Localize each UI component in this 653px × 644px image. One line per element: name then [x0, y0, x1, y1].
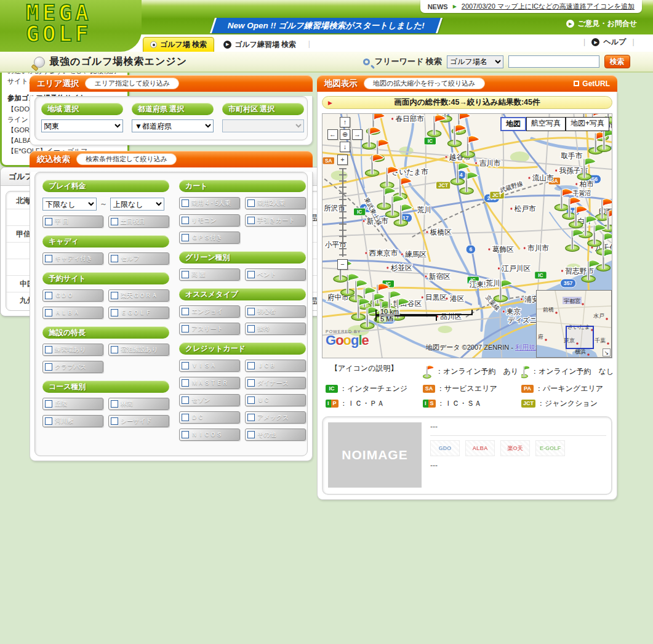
filter-checkbox[interactable]: 練習場あり — [42, 344, 103, 356]
filter-checkbox[interactable]: 河川敷 — [42, 415, 103, 427]
checkbox-icon[interactable] — [45, 346, 52, 353]
checkbox-icon[interactable] — [45, 417, 52, 425]
zoom-out-button[interactable]: − — [337, 259, 348, 270]
price-max-select[interactable]: 上限なし — [110, 198, 164, 211]
checkbox-icon[interactable] — [111, 346, 118, 353]
booking-site-logo[interactable]: ALBA — [465, 440, 495, 456]
checkbox-icon[interactable] — [182, 379, 189, 387]
checkbox-icon[interactable] — [45, 363, 52, 371]
pan-center-button[interactable]: ⊕ — [340, 129, 350, 140]
checkbox-icon[interactable] — [111, 292, 118, 299]
filter-checkbox[interactable]: ＧＰＳ付き — [179, 231, 240, 244]
search-category-select[interactable]: ゴルフ場名 — [447, 55, 503, 68]
minimap-viewport-rect[interactable] — [566, 326, 593, 348]
checkbox-icon[interactable] — [45, 309, 52, 316]
checkbox-icon[interactable] — [182, 362, 189, 369]
checkbox-icon[interactable] — [247, 308, 255, 315]
checkbox-icon[interactable] — [247, 431, 255, 438]
filter-checkbox[interactable]: 初心者 — [245, 305, 306, 318]
search-button[interactable]: 検索 — [604, 55, 630, 68]
filter-checkbox[interactable]: セゾン — [179, 394, 240, 406]
filter-checkbox[interactable]: ＵＣ — [245, 394, 306, 406]
tab-golf-course-search[interactable]: ゴルフ場 検索 — [143, 37, 214, 52]
checkbox-icon[interactable] — [182, 414, 189, 421]
pan-left-button[interactable]: ← — [327, 129, 338, 140]
filter-checkbox[interactable]: リモコン — [179, 214, 240, 227]
checkbox-icon[interactable] — [45, 218, 52, 225]
pan-right-button[interactable]: → — [352, 129, 363, 140]
map-viewport[interactable]: 463174298162463573566ICICICICICJCTJCTSAS… — [322, 113, 612, 358]
filter-checkbox[interactable]: 楽天ＧＯＲＡ — [108, 289, 169, 302]
checkbox-icon[interactable] — [111, 218, 118, 225]
checkbox-icon[interactable] — [247, 379, 255, 387]
filter-checkbox[interactable]: アメックス — [245, 411, 306, 424]
area-select[interactable]: 関東 — [41, 119, 123, 132]
filter-checkbox[interactable]: セルフ — [108, 252, 169, 265]
checkbox-icon[interactable] — [247, 271, 255, 278]
filter-checkbox[interactable]: ＤＣ — [179, 411, 240, 424]
overview-minimap[interactable]: 前橋宇都宮水戸さいたま東京千葉横浜府 ↘ — [536, 290, 612, 358]
checkbox-icon[interactable] — [182, 431, 189, 438]
filter-checkbox[interactable]: 乗用 4・5人乗 — [179, 197, 240, 209]
filter-checkbox[interactable]: 乗用2人乗 — [245, 197, 306, 209]
filter-checkbox[interactable]: ＪＣＢ — [245, 360, 306, 372]
filter-checkbox[interactable]: ＶＩＳＡ — [179, 360, 240, 372]
checkbox-icon[interactable] — [182, 271, 189, 278]
tab-driving-range-search[interactable]: ▶ ゴルフ練習場 検索 — [217, 37, 303, 52]
checkbox-icon[interactable] — [45, 255, 52, 262]
filter-checkbox[interactable]: ＧＤＯ — [42, 289, 103, 302]
checkbox-icon[interactable] — [182, 217, 189, 224]
site-logo[interactable]: MEGA GOLF — [26, 2, 92, 44]
checkbox-icon[interactable] — [45, 292, 52, 299]
filter-checkbox[interactable]: 林間 — [108, 398, 169, 410]
filter-checkbox[interactable]: シーサイド — [108, 415, 169, 427]
booking-site-logo[interactable]: GDO — [430, 440, 460, 456]
filter-checkbox[interactable]: 土日祝日 — [108, 215, 169, 228]
filter-checkbox[interactable]: 丘陵 — [42, 398, 103, 410]
filter-checkbox[interactable]: クラブバス — [42, 361, 103, 373]
checkbox-icon[interactable] — [247, 325, 255, 332]
checkbox-icon[interactable] — [182, 199, 189, 207]
filter-checkbox[interactable]: 高 麗 — [179, 268, 240, 281]
filter-checkbox[interactable]: 接待 — [245, 323, 306, 335]
news-link[interactable]: 2007/03/20 マップ上にICなどの高速道路アイコンを追加 — [462, 2, 635, 11]
checkbox-icon[interactable] — [111, 417, 118, 425]
pan-up-button[interactable]: ↑ — [340, 117, 350, 127]
checkbox-icon[interactable] — [182, 308, 189, 315]
checkbox-icon[interactable] — [45, 400, 52, 408]
checkbox-icon[interactable] — [111, 309, 118, 316]
area-select[interactable] — [222, 119, 304, 132]
filter-checkbox[interactable]: キャディ付き — [42, 252, 103, 265]
minimap-expand-icon[interactable]: ↘ — [603, 348, 611, 356]
pan-down-button[interactable]: ↓ — [340, 142, 350, 152]
checkbox-icon[interactable] — [247, 362, 255, 369]
filter-checkbox[interactable]: 宿泊施設あり — [108, 344, 169, 356]
contact-link[interactable]: ▶ ご意見・お問合せ — [566, 18, 637, 29]
checkbox-icon[interactable] — [182, 234, 189, 241]
checkbox-icon[interactable] — [182, 396, 189, 404]
filter-checkbox[interactable]: その他 — [245, 429, 306, 441]
filter-checkbox[interactable]: アスリート — [179, 323, 240, 335]
filter-checkbox[interactable]: 平 日 — [42, 215, 103, 228]
map-type-button-map[interactable]: 地図 — [500, 117, 526, 131]
freeword-input[interactable] — [508, 55, 599, 68]
checkbox-icon[interactable] — [111, 255, 118, 262]
checkbox-icon[interactable] — [111, 400, 118, 408]
checkbox-icon[interactable] — [182, 325, 189, 332]
filter-checkbox[interactable]: ＥＧＯＬＦ — [108, 307, 169, 319]
filter-checkbox[interactable]: ＡＬＢＡ — [42, 307, 103, 319]
booking-site-logo[interactable]: 楽O天 — [500, 440, 530, 456]
checkbox-icon[interactable] — [247, 414, 255, 421]
booking-site-logo[interactable]: E-GOLF — [535, 440, 565, 456]
price-min-select[interactable]: 下限なし — [42, 198, 97, 211]
filter-checkbox[interactable]: ＮＩＣＯＳ — [179, 429, 240, 441]
filter-checkbox[interactable]: エンジョイ — [179, 305, 240, 318]
area-select[interactable]: ▼都道府県 — [132, 119, 214, 132]
help-link[interactable]: ｜ ▶ ヘルプ ｜ — [581, 37, 637, 47]
map-type-button-satellite[interactable]: 航空写真 — [526, 117, 566, 131]
map-type-button-hybrid[interactable]: 地図+写真 — [566, 117, 609, 131]
filter-checkbox[interactable]: 手引きカート — [245, 214, 306, 227]
get-url-link[interactable]: GetURL — [574, 79, 610, 88]
filter-checkbox[interactable]: ベント — [245, 268, 306, 281]
checkbox-icon[interactable] — [247, 199, 255, 207]
